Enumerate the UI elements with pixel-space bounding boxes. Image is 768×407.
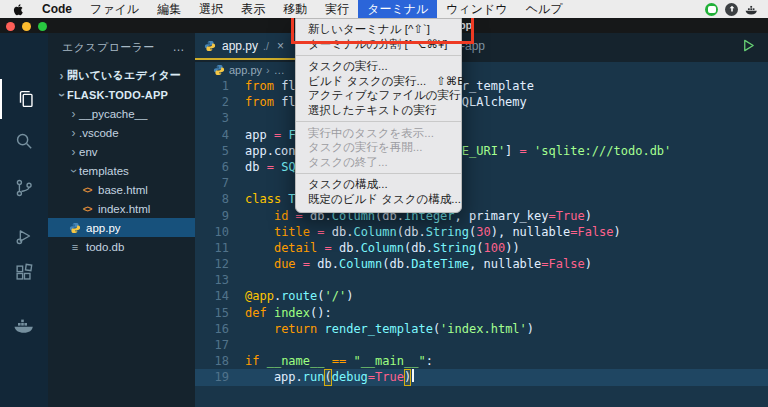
line-number: 17: [195, 337, 245, 353]
run-python-file-icon[interactable]: [741, 38, 757, 54]
code-line-6: 6db = SQLAlchemy(app): [195, 159, 768, 175]
code-line-11: 11 detail = db.Column(db.String(100)): [195, 240, 768, 256]
menubar-item-表示[interactable]: 表示: [232, 0, 274, 18]
breadcrumb-separator: ›: [266, 64, 270, 76]
explorer-item-label: app.py: [86, 222, 121, 234]
code-line-5: 5app.config['SQLALCHEMY_DATABASE_URI'] =…: [195, 143, 768, 159]
menubar-item-実行[interactable]: 実行: [316, 0, 358, 18]
menu-item-label: 選択したテキストの実行: [308, 103, 436, 118]
zoom-window-button[interactable]: [38, 22, 47, 31]
menu-item-label: タスクの実行...: [308, 59, 388, 74]
tab-path-hint: ./: [263, 40, 269, 52]
code-line-12: 12 due = db.Column(db.DateTime, nullable…: [195, 256, 768, 272]
code-line-1: 1from flask import Flask, render_templat…: [195, 78, 768, 94]
menu-item-ビルドタスクの実行[interactable]: ビルド タスクの実行...⇧⌘B: [296, 74, 461, 89]
menubar-item-ターミナル[interactable]: ターミナル: [358, 0, 437, 18]
explorer-item-__pycache__[interactable]: ›__pycache__: [48, 104, 195, 123]
explorer-item-.vscode[interactable]: ›.vscode: [48, 123, 195, 142]
activitybar-search-icon[interactable]: [0, 121, 48, 161]
explorer-item-開いているエディター[interactable]: ›開いているエディター: [48, 66, 195, 85]
explorer-item-todo.db[interactable]: ≡todo.db: [48, 237, 195, 256]
close-window-button[interactable]: [6, 22, 15, 31]
menubar-item-ファイル[interactable]: ファイル: [81, 0, 148, 18]
text-cursor: [412, 369, 414, 382]
menubar-item-編集[interactable]: 編集: [148, 0, 190, 18]
line-number: 6: [195, 159, 245, 175]
menu-item-タスクの実行を再開: タスクの実行を再開...: [296, 140, 461, 155]
apple-logo-icon[interactable]: [0, 3, 33, 16]
menubar-status-icons: [705, 3, 768, 16]
explorer-item-env[interactable]: ›env: [48, 142, 195, 161]
explorer-item-label: todo.db: [86, 241, 124, 253]
explorer-item-FLASK-TODO-APP[interactable]: ›FLASK-TODO-APP: [48, 85, 195, 104]
cloud-upload-icon[interactable]: [725, 3, 738, 16]
tab-close-icon[interactable]: ×: [277, 39, 284, 53]
explorer-item-base.html[interactable]: <>base.html: [48, 180, 195, 199]
menu-item-実行中のタスクを表示: 実行中のタスクを表示...: [296, 126, 461, 141]
menu-item-選択したテキストの実行[interactable]: 選択したテキストの実行: [296, 103, 461, 118]
menu-item-label: タスクの終了...: [308, 155, 388, 170]
html-file-icon: <>: [80, 204, 94, 214]
line-number: 12: [195, 256, 245, 272]
html-file-icon: <>: [80, 185, 94, 195]
line-number: 13: [195, 272, 245, 288]
menubar-item-ウィンドウ[interactable]: ウィンドウ: [437, 0, 516, 18]
terminal-dropdown-menu: 新しいターミナル [^⇧`]ターミナルの分割 [^⌥⌘¥]タスクの実行...ビル…: [295, 18, 462, 213]
tab-app-py[interactable]: app.py ./ ×: [195, 33, 303, 60]
explorer-item-label: 開いているエディター: [67, 68, 181, 83]
code-line-9: 9 id = db.Column(db.Integer, primary_key…: [195, 208, 768, 224]
menubar-item-選択[interactable]: 選択: [190, 0, 232, 18]
line-number: 1: [195, 78, 245, 94]
python-file-icon: [203, 39, 217, 53]
menu-item-shortcut: ⇧⌘B: [436, 74, 465, 89]
explorer-item-label: .vscode: [79, 127, 119, 139]
code-line-3: 3: [195, 110, 768, 126]
line-number: 4: [195, 127, 245, 143]
explorer-item-label: env: [79, 146, 98, 158]
chevron-down-icon: ›: [55, 89, 69, 100]
line-number: 15: [195, 305, 245, 321]
activitybar-run-debug-icon[interactable]: [0, 216, 48, 256]
code-line-14: 14@app.route('/'): [195, 288, 768, 304]
menubar-item-移動[interactable]: 移動: [274, 0, 316, 18]
code-line-16: 16 return render_template('index.html'): [195, 321, 768, 337]
breadcrumb: app.py › …: [195, 62, 768, 78]
explorer-item-templates[interactable]: ›templates: [48, 161, 195, 180]
explorer-title: エクスプローラー: [62, 40, 155, 55]
explorer-item-index.html[interactable]: <>index.html: [48, 199, 195, 218]
minimize-window-button[interactable]: [22, 22, 31, 31]
docker-icon[interactable]: [745, 3, 758, 16]
line-number: 8: [195, 191, 245, 207]
code-line-4: 4app = Flask(__name__): [195, 127, 768, 143]
code-line-7: 7: [195, 175, 768, 191]
breadcrumb-file[interactable]: app.py: [229, 64, 262, 76]
code-line-15: 15def index():: [195, 305, 768, 321]
code-line-19: 19 app.run(debug=True): [195, 369, 768, 385]
activitybar-explorer-icon[interactable]: [0, 79, 50, 119]
explorer-item-label: FLASK-TODO-APP: [67, 89, 168, 101]
macos-menubar: Codeファイル編集選択表示移動実行ターミナルウィンドウヘルプ: [0, 0, 768, 18]
menubar-item-ヘルプ[interactable]: ヘルプ: [517, 0, 572, 18]
explorer-item-app.py[interactable]: app.py: [48, 218, 195, 237]
menu-item-タスクの構成[interactable]: タスクの構成...: [296, 177, 461, 192]
code-editor[interactable]: 1from flask import Flask, render_templat…: [195, 78, 768, 407]
explorer-more-actions-icon[interactable]: …: [173, 40, 185, 54]
menu-item-タスクの実行[interactable]: タスクの実行...: [296, 59, 461, 74]
activitybar-extensions-icon[interactable]: [0, 253, 48, 293]
code-line-18: 18if __name__ == "__main__":: [195, 353, 768, 369]
line-icon[interactable]: [705, 3, 718, 16]
explorer-sidebar: エクスプローラー … ›開いているエディター›FLASK-TODO-APP›__…: [48, 33, 195, 407]
menubar-item-Code[interactable]: Code: [33, 0, 81, 18]
menu-item-タスクの終了: タスクの終了...: [296, 155, 461, 170]
line-number: 14: [195, 288, 245, 304]
line-number: 5: [195, 143, 245, 159]
menu-item-既定のビルドタスクの構成[interactable]: 既定のビルド タスクの構成...: [296, 192, 461, 207]
line-number: 18: [195, 353, 245, 369]
python-file-icon: [212, 64, 226, 76]
line-number: 19: [195, 369, 245, 385]
activitybar-docker-icon[interactable]: [0, 305, 48, 345]
activitybar-source-control-icon[interactable]: [0, 168, 48, 208]
menu-item-アクティブなファイルの実行[interactable]: アクティブなファイルの実行: [296, 88, 461, 103]
code-line-13: 13: [195, 272, 768, 288]
breadcrumb-more[interactable]: …: [274, 64, 285, 76]
